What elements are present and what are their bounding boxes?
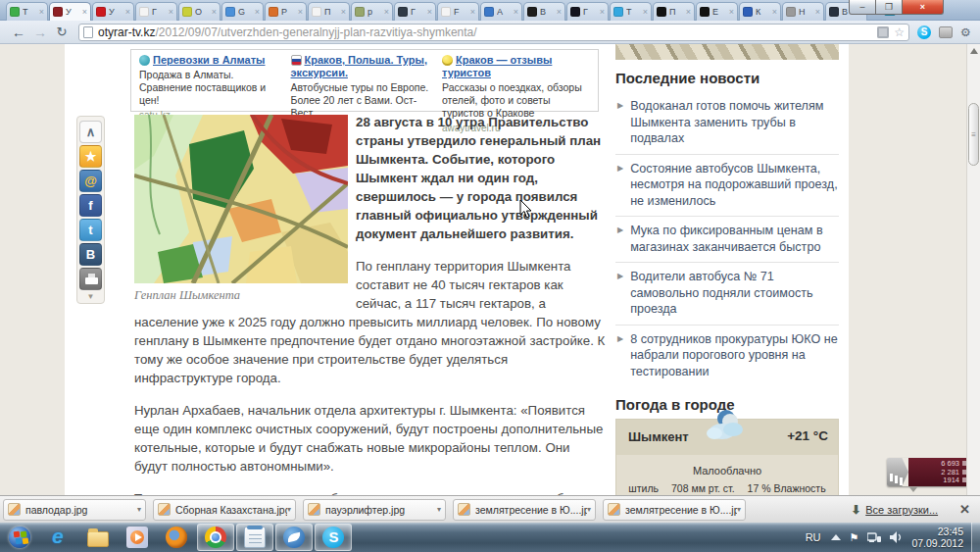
tab-close-icon[interactable]: × — [212, 8, 217, 17]
browser-tab[interactable]: Е × — [696, 2, 738, 21]
share-button[interactable]: f — [79, 194, 102, 217]
tab-close-icon[interactable]: × — [643, 8, 648, 17]
share-button[interactable]: В — [79, 243, 102, 266]
tab-close-icon[interactable]: × — [169, 8, 173, 17]
counter-collapse-icon[interactable] — [909, 487, 917, 492]
download-menu-icon[interactable]: ▾ — [587, 505, 591, 514]
download-item[interactable]: землятресение в Ю....jpg ▾ — [453, 499, 596, 521]
browser-tab[interactable]: Р × — [265, 2, 307, 21]
browser-tab[interactable]: О × — [178, 2, 220, 21]
download-item[interactable]: Сборная Казахстана.jpg ▾ — [153, 499, 296, 521]
show-desktop-button[interactable] — [971, 523, 980, 552]
browser-tab[interactable]: А × — [480, 2, 522, 21]
tab-close-icon[interactable]: × — [514, 8, 518, 17]
taskbar-app-button[interactable] — [236, 524, 273, 551]
taskbar-app-button[interactable] — [1, 524, 38, 551]
genplan-map-image[interactable] — [134, 115, 348, 283]
browser-tab[interactable]: К × — [739, 2, 781, 21]
browser-tab[interactable]: Г × — [135, 2, 177, 21]
show-all-downloads-link[interactable]: Все загрузки... — [865, 504, 938, 516]
download-item[interactable]: павлодар.jpg ▾ — [3, 499, 146, 521]
bookmark-star-icon[interactable]: ☆ — [894, 26, 905, 38]
page-scrollbar[interactable]: ≡ — [966, 44, 980, 495]
share-button[interactable]: ∧ — [79, 121, 102, 143]
tab-close-icon[interactable]: × — [686, 8, 691, 17]
taskbar-app-button[interactable] — [315, 524, 352, 551]
download-item[interactable]: пауэрлифтер.jpg ▾ — [303, 499, 446, 521]
tab-close-icon[interactable]: × — [255, 8, 260, 17]
tab-close-icon[interactable]: × — [39, 8, 44, 17]
browser-tab[interactable]: В × — [523, 2, 565, 21]
ad-title-link[interactable]: Перевозки в Алматы — [139, 54, 283, 67]
tab-close-icon[interactable]: × — [815, 8, 820, 17]
browser-tab[interactable]: Н × — [782, 2, 824, 21]
taskbar-app-button[interactable] — [275, 524, 313, 551]
browser-tab[interactable]: Г × — [394, 2, 436, 21]
tab-close-icon[interactable]: × — [82, 8, 87, 17]
network-icon[interactable] — [867, 531, 881, 543]
maximize-button[interactable]: ❐ — [876, 0, 903, 15]
visitor-counter-badge[interactable]: 6 6932 2811914 — [887, 458, 971, 486]
news-link[interactable]: ▶ Водители автобуса № 71 самовольно подн… — [615, 263, 839, 326]
tab-close-icon[interactable]: × — [600, 8, 605, 17]
taskbar-app-button[interactable] — [197, 524, 234, 551]
taskbar-app-button[interactable] — [119, 524, 156, 551]
browser-tab[interactable]: Т × — [610, 2, 652, 21]
scroll-up-icon[interactable] — [970, 48, 978, 54]
tab-close-icon[interactable]: × — [125, 8, 130, 17]
language-indicator[interactable]: RU — [806, 531, 821, 543]
volume-icon[interactable] — [890, 531, 903, 543]
extension-page-action-icon[interactable] — [877, 26, 889, 38]
tab-close-icon[interactable]: × — [729, 8, 734, 17]
taskbar-app-button[interactable] — [40, 524, 77, 551]
browser-tab[interactable]: Г × — [566, 2, 609, 21]
tab-close-icon[interactable]: × — [427, 8, 432, 17]
tab-close-icon[interactable]: × — [470, 8, 475, 17]
skype-extension-icon[interactable]: S — [917, 25, 931, 39]
share-button[interactable]: t — [79, 219, 102, 241]
share-button[interactable]: ★ — [79, 145, 102, 168]
browser-tab[interactable]: F × — [437, 2, 479, 21]
tab-close-icon[interactable]: × — [298, 8, 303, 17]
share-collapse-icon[interactable]: ▼ — [79, 292, 102, 301]
taskbar-app-button[interactable] — [79, 524, 117, 551]
download-menu-icon[interactable]: ▾ — [437, 505, 441, 514]
browser-tab[interactable]: Т × — [6, 2, 48, 21]
tab-close-icon[interactable]: × — [772, 8, 777, 17]
extension-icon[interactable] — [939, 26, 953, 38]
tab-close-icon[interactable]: × — [341, 8, 346, 17]
download-menu-icon[interactable]: ▾ — [287, 505, 291, 514]
browser-tab[interactable]: П × — [653, 2, 695, 21]
news-link[interactable]: ▶ Состояние автобусов Шымкента, несмотря… — [615, 155, 839, 218]
sidebar-banner[interactable] — [615, 44, 839, 60]
minimize-button[interactable]: – — [849, 0, 876, 15]
ad-title-link[interactable]: Краков — отзывы туристов — [442, 54, 586, 79]
action-center-flag-icon[interactable]: ⚑ — [850, 531, 859, 544]
tab-close-icon[interactable]: × — [557, 8, 562, 17]
news-link[interactable]: ▶ 8 сотрудников прокуратуры ЮКО не набра… — [615, 326, 839, 387]
share-button[interactable] — [79, 268, 102, 290]
download-item[interactable]: землятресение в Ю....jpg ▾ — [603, 499, 746, 521]
browser-tab[interactable]: У × — [49, 2, 91, 21]
hidden-icons-chevron[interactable] — [831, 534, 841, 540]
download-bar-close-icon[interactable]: ✕ — [959, 502, 970, 517]
browser-tab[interactable]: У × — [92, 2, 134, 21]
clock[interactable]: 23:45 07.09.2012 — [911, 526, 963, 549]
browser-tab[interactable]: р × — [351, 2, 393, 21]
news-link[interactable]: ▶ Водоканал готов помочь жителям Шымкент… — [615, 92, 839, 155]
close-button[interactable]: × — [903, 0, 944, 15]
news-link[interactable]: ▶ Мука по фиксированным ценам в магазина… — [615, 217, 839, 263]
browser-tab[interactable]: G × — [221, 2, 264, 21]
download-menu-icon[interactable]: ▾ — [137, 505, 141, 514]
download-menu-icon[interactable]: ▾ — [737, 505, 741, 514]
scrollbar-thumb[interactable]: ≡ — [968, 103, 979, 166]
address-bar[interactable]: otyrar-tv.kz/2012/09/07/utverzhden-gener… — [78, 24, 909, 41]
ad-title-link[interactable]: Краков, Польша. Туры, экскурсии. — [291, 54, 435, 79]
back-button[interactable]: ← — [8, 24, 29, 41]
browser-tab[interactable]: П × — [308, 2, 350, 21]
chrome-menu-wrench-icon[interactable]: ⚙ — [958, 26, 972, 37]
share-button[interactable]: @ — [79, 170, 102, 192]
tab-close-icon[interactable]: × — [384, 8, 389, 17]
taskbar-app-button[interactable] — [158, 524, 195, 551]
forward-button[interactable]: → — [29, 24, 51, 41]
